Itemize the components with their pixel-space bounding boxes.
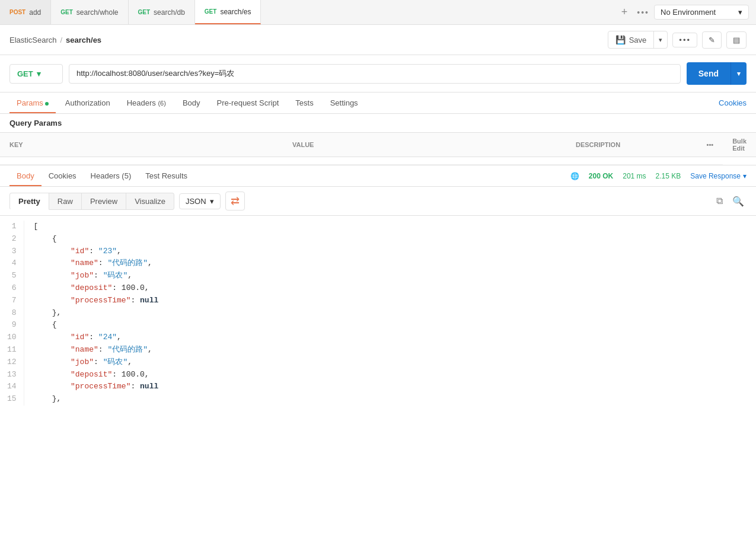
cookies-link[interactable]: Cookies (719, 93, 747, 113)
tab-method-get1: GET (60, 9, 73, 15)
table-row (0, 157, 756, 165)
format-tabs: Pretty Raw Preview Visualize (9, 193, 174, 210)
tab-headers-label: Headers (6) (127, 98, 166, 107)
save-caret[interactable]: ▾ (654, 36, 667, 44)
request-tabs: Params Authorization Headers (6) Body Pr… (0, 93, 756, 114)
breadcrumb-current: search/es (66, 36, 101, 44)
tab-label-whole: search/whole (76, 8, 119, 17)
tab-actions: + ••• No Environment ▾ (610, 0, 756, 24)
resp-body-label: Body (17, 171, 34, 180)
tab-get-search-whole[interactable]: GET search/whole (51, 0, 128, 24)
col-description-header: DESCRIPTION (566, 133, 697, 157)
save-response-button[interactable]: Save Response ▾ (690, 172, 747, 180)
search-icon[interactable]: 🔍 (730, 193, 747, 209)
tab-label-add: add (29, 8, 41, 17)
resp-tab-test-results[interactable]: Test Results (138, 165, 194, 186)
tab-body-label: Body (183, 98, 200, 107)
response-tabs-row: Body Cookies Headers (5) Test Results 🌐 … (0, 165, 756, 187)
send-button[interactable]: Send ▾ (687, 62, 747, 85)
resp-headers-label: Headers (5) (91, 171, 132, 180)
url-input[interactable] (69, 64, 681, 84)
code-content: [ { "id": "23", "name": "代码的路", "job": "… (24, 221, 756, 406)
tab-authorization[interactable]: Authorization (58, 93, 117, 113)
tab-get-search-es[interactable]: GET search/es (195, 0, 261, 24)
format-preview[interactable]: Preview (82, 193, 126, 210)
col-value-header: VALUE (283, 133, 566, 157)
code-area: 123456789101112131415 [ { "id": "23", "n… (0, 216, 756, 410)
environment-selector[interactable]: No Environment ▾ (654, 5, 749, 20)
copy-icon[interactable]: ⧉ (714, 193, 725, 209)
tab-headers[interactable]: Headers (6) (120, 93, 173, 113)
globe-icon: 🌐 (570, 172, 579, 180)
add-tab-button[interactable]: + (617, 4, 633, 21)
wrap-button[interactable]: ⇄ (225, 192, 245, 211)
query-params-title: Query Params (0, 114, 756, 132)
resp-tab-headers[interactable]: Headers (5) (84, 165, 139, 186)
headers-badge: (6) (158, 100, 165, 107)
tab-more-button[interactable]: ••• (637, 8, 649, 17)
col-more-dots[interactable]: ••• (707, 141, 714, 148)
save-main[interactable]: 💾 Save (608, 31, 655, 48)
response-time: 201 ms (623, 172, 646, 180)
save-response-label: Save Response (690, 172, 741, 180)
resp-cookies-label: Cookies (49, 171, 76, 180)
header-actions: 💾 Save ▾ ••• ✎ ▤ (608, 31, 747, 49)
tab-bar: POST add GET search/whole GET search/db … (0, 0, 756, 25)
save-label: Save (629, 36, 647, 44)
params-table: KEY VALUE DESCRIPTION ••• Bulk Edit (0, 132, 756, 165)
header-more-button[interactable]: ••• (672, 33, 697, 47)
env-caret-icon: ▾ (738, 8, 742, 17)
tab-method-get3: GET (205, 8, 217, 15)
tab-pre-request-label: Pre-request Script (217, 98, 279, 107)
response-size: 2.15 KB (656, 172, 681, 180)
method-label: GET (17, 69, 33, 78)
method-caret-icon: ▾ (37, 69, 41, 78)
send-caret-icon[interactable]: ▾ (731, 62, 747, 85)
tab-params[interactable]: Params (9, 93, 56, 113)
action-cell (697, 157, 723, 165)
tab-label-es: search/es (220, 8, 251, 16)
send-label[interactable]: Send (687, 62, 731, 85)
edit-button[interactable]: ✎ (702, 31, 722, 49)
desc-cell[interactable] (566, 157, 697, 165)
tab-settings[interactable]: Settings (323, 93, 365, 113)
value-cell[interactable] (283, 157, 566, 165)
save-response-caret: ▾ (743, 172, 747, 180)
resp-tab-body[interactable]: Body (9, 165, 42, 186)
json-caret-icon: ▾ (210, 197, 214, 206)
line-numbers: 123456789101112131415 (0, 221, 24, 406)
save-icon: 💾 (615, 35, 626, 44)
save-button[interactable]: 💾 Save ▾ (608, 31, 668, 49)
json-label: JSON (186, 197, 206, 206)
tab-pre-request[interactable]: Pre-request Script (210, 93, 286, 113)
resp-test-results-label: Test Results (145, 171, 187, 180)
tab-post-add[interactable]: POST add (0, 0, 51, 24)
tab-method-post: POST (9, 9, 25, 15)
tab-settings-label: Settings (330, 98, 358, 107)
method-selector[interactable]: GET ▾ (9, 64, 63, 84)
body-format-bar: Pretty Raw Preview Visualize JSON ▾ ⇄ ⧉ … (0, 187, 756, 216)
breadcrumb-separator: / (60, 36, 62, 44)
format-pretty[interactable]: Pretty (9, 193, 49, 210)
tab-label-db: search/db (154, 8, 185, 17)
tab-body[interactable]: Body (176, 93, 208, 113)
status-badge: 200 OK (589, 172, 613, 180)
params-dot (45, 102, 49, 106)
resp-tab-cookies[interactable]: Cookies (42, 165, 84, 186)
tab-tests[interactable]: Tests (288, 93, 320, 113)
tab-get-search-db[interactable]: GET search/db (129, 0, 195, 24)
comment-button[interactable]: ▤ (726, 31, 747, 49)
format-visualize[interactable]: Visualize (126, 193, 174, 210)
url-bar: GET ▾ Send ▾ (0, 55, 756, 93)
response-status: 🌐 200 OK 201 ms 2.15 KB Save Response ▾ (570, 172, 747, 180)
breadcrumb: ElasticSearch / search/es (9, 36, 101, 44)
bulk-edit-header[interactable]: Bulk Edit (723, 133, 756, 157)
header-row: ElasticSearch / search/es 💾 Save ▾ ••• ✎… (0, 25, 756, 55)
format-raw[interactable]: Raw (49, 193, 82, 210)
col-key-header: KEY (0, 133, 283, 157)
key-cell[interactable] (0, 157, 283, 165)
body-actions: ⧉ 🔍 (714, 193, 747, 209)
json-format-selector[interactable]: JSON ▾ (179, 193, 221, 209)
tab-authorization-label: Authorization (65, 98, 110, 107)
breadcrumb-parent: ElasticSearch (9, 36, 56, 44)
